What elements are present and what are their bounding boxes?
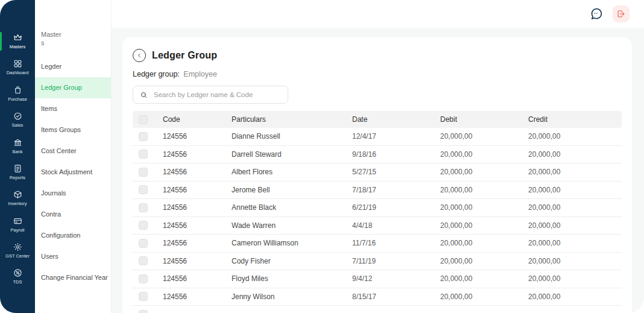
rail-item-label: Masters [10,44,26,49]
rail-item-label: Sales [12,122,24,128]
cell-credit: 20,000,00 [519,292,622,301]
rail-item-tds[interactable]: TDS [0,265,35,288]
dashboard-icon [13,59,22,68]
search-icon [140,91,148,99]
cell-particulars: Dianne Russell [222,132,343,141]
sidebar-item-legder[interactable]: Legder [35,56,111,77]
rail-item-masters[interactable]: Masters [0,30,35,52]
cell-particulars: Darrell Steward [222,150,343,159]
sidebar-item-items-groups[interactable]: Items Groups [35,119,111,141]
sidebar-item-ledger-group[interactable]: Ledger Group [35,77,111,98]
rail-item-dashboard[interactable]: Dashboard [0,56,35,78]
sidebar-item-contra[interactable]: Contra [35,204,111,225]
sidebar-items: LegderLedger GroupItemsItems GroupsCost … [35,56,111,288]
sidebar-item-configuration[interactable]: Configuration [35,225,111,246]
cell-credit: 20,000,00 [519,274,622,283]
rail-item-label: Reports [10,175,25,180]
row-checkbox[interactable] [139,221,148,230]
table-header-row: CodeParticularsDateDebitCredit [133,111,622,128]
sidebar-item-change-financial-year[interactable]: Change Financial Year [35,267,111,288]
reports-icon [13,164,22,173]
cell-date: 8/15/17 [343,292,431,301]
table-row: 124556Annette Black6/21/1920,000,0020,00… [133,199,622,217]
secondary-sidebar: Masters LegderLedger GroupItemsItems Gro… [35,0,112,313]
payroll-icon [13,217,22,226]
chat-icon [590,7,603,21]
row-checkbox[interactable] [139,203,148,212]
cell-code: 124556 [153,132,222,141]
row-checkbox[interactable] [139,168,148,177]
table-row: 124556Dianne Russell12/4/1720,000,0020,0… [133,128,622,146]
cell-date: 9/4/12 [343,274,431,283]
row-checkbox[interactable] [139,150,148,159]
row-checkbox[interactable] [139,292,148,301]
table-row: 124556Jerome Bell7/18/1720,000,0020,000,… [133,182,622,200]
table-row [133,306,622,313]
cell-code: 124556 [153,150,222,159]
row-checkbox[interactable] [139,256,148,265]
cell-code: 124556 [153,257,222,265]
cell-debit: 20,000,00 [431,292,519,301]
column-header-code: Code [153,115,222,124]
ledger-group-subtitle: Ledger group: Employee [133,70,622,79]
row-checkbox[interactable] [139,274,148,283]
row-checkbox[interactable] [139,310,148,313]
row-checkbox[interactable] [139,132,148,141]
cell-code: 124556 [153,203,222,212]
rail-item-reports[interactable]: Reports [0,161,35,183]
cell-date: 6/21/19 [343,203,431,212]
ledger-group-value: Employee [183,70,217,78]
cell-date: 11/7/16 [343,239,431,247]
column-header-debit: Debit [431,115,519,124]
table-row: 124556Darrell Steward9/18/1620,000,0020,… [133,146,622,164]
sidebar-item-users[interactable]: Users [35,246,111,267]
cell-code: 124556 [153,274,222,283]
cell-debit: 20,000,00 [431,274,519,283]
page-title: Ledger Group [152,50,217,61]
rail-item-sales[interactable]: Sales [0,109,35,131]
tds-icon [13,268,22,277]
crown-icon [13,33,22,42]
sales-icon [13,112,22,121]
row-checkbox[interactable] [139,185,148,194]
cell-code: 124556 [153,186,222,194]
select-all-checkbox[interactable] [139,115,148,124]
sidebar-item-journals[interactable]: Journals [35,183,111,204]
rail-item-gst-center[interactable]: GST Center [0,239,35,262]
chat-button[interactable] [590,7,603,21]
rail-item-bank[interactable]: Bank [0,135,35,157]
search-input[interactable] [153,90,281,99]
row-checkbox-cell [133,132,153,141]
rail-item-payroll[interactable]: Payroll [0,213,35,236]
rail-item-inventory[interactable]: Inventory [0,187,35,209]
cell-debit: 20,000,00 [431,186,519,194]
rail-item-purchase[interactable]: Purchase [0,83,35,105]
sidebar-item-cost-center[interactable]: Cost Center [35,141,111,162]
cell-particulars: Jerome Bell [222,186,343,194]
row-checkbox-cell [133,274,153,283]
rail-item-label: Purchase [8,96,27,102]
cell-credit: 20,000,00 [519,239,622,247]
logout-button[interactable] [613,5,630,22]
sidebar-item-stock-adjustment[interactable]: Stock Adjustment [35,162,111,183]
row-checkbox[interactable] [139,239,148,248]
ledger-table: CodeParticularsDateDebitCredit 124556Dia… [133,111,622,313]
cell-debit: 20,000,00 [431,203,519,212]
cell-date: 7/11/19 [343,257,431,265]
back-button[interactable] [133,49,146,62]
row-checkbox-cell [133,239,153,248]
column-header-date: Date [343,115,431,124]
gst-icon [13,242,22,251]
row-checkbox-cell [133,292,153,301]
cell-debit: 20,000,00 [431,239,519,247]
table-row: 124556Wade Warren4/4/1820,000,0020,000,0… [133,217,622,235]
cell-debit: 20,000,00 [431,150,519,159]
table-row: 124556Albert Flores5/27/1520,000,0020,00… [133,163,622,182]
main-area: Ledger Group Ledger group: Employee Cod [112,0,644,313]
primary-sidebar: MastersDashboardPurchaseSalesBankReports… [0,0,35,313]
sidebar-item-items[interactable]: Items [35,98,111,119]
table-row: 124556Floyd Miles9/4/1220,000,0020,000,0… [133,270,622,288]
app-window: MastersDashboardPurchaseSalesBankReports… [0,0,644,313]
cell-debit: 20,000,00 [431,132,519,141]
cell-date: 7/18/17 [343,186,431,194]
